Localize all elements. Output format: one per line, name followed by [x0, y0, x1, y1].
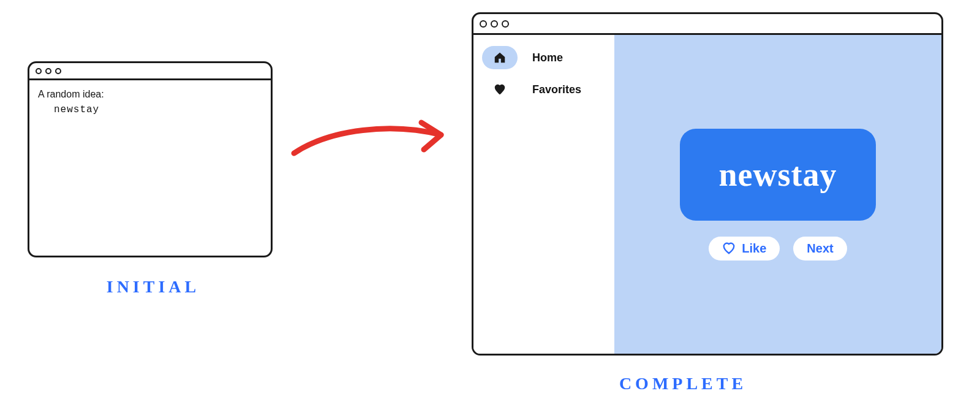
sidebar-item-label: Favorites	[532, 83, 581, 96]
initial-window: A random idea: newstay	[28, 61, 273, 257]
initial-prompt-text: A random idea:	[38, 86, 262, 102]
main-panel: newstay Like Next	[614, 35, 941, 354]
complete-caption: COMPLETE	[585, 374, 781, 394]
initial-window-body: A random idea: newstay	[29, 80, 271, 124]
sidebar-item-favorites[interactable]: Favorites	[482, 78, 606, 101]
card-actions: Like Next	[709, 237, 846, 261]
heart-outline-icon	[722, 242, 736, 255]
arrow-icon	[288, 104, 466, 178]
complete-window-titlebar	[473, 14, 941, 35]
window-control-icon	[502, 20, 509, 28]
initial-idea-word: newstay	[38, 102, 262, 118]
complete-window-body: Home Favorites newstay	[473, 35, 941, 354]
like-button[interactable]: Like	[709, 237, 780, 261]
sidebar: Home Favorites	[473, 35, 614, 354]
window-control-icon	[480, 20, 487, 28]
window-control-icon	[491, 20, 498, 28]
diagram-stage: A random idea: newstay INITIAL	[0, 0, 980, 407]
initial-window-titlebar	[29, 63, 271, 80]
sidebar-item-home[interactable]: Home	[482, 46, 606, 69]
idea-card: newstay	[680, 129, 876, 221]
next-button[interactable]: Next	[793, 237, 846, 261]
initial-caption: INITIAL	[80, 277, 227, 297]
window-control-icon	[55, 68, 61, 74]
window-control-icon	[45, 68, 51, 74]
like-button-label: Like	[742, 242, 766, 256]
next-button-label: Next	[807, 242, 833, 256]
heart-icon	[482, 78, 518, 101]
idea-card-word: newstay	[719, 156, 837, 194]
home-icon	[482, 46, 518, 69]
sidebar-item-label: Home	[532, 51, 563, 64]
complete-window: Home Favorites newstay	[472, 12, 943, 356]
window-control-icon	[36, 68, 42, 74]
